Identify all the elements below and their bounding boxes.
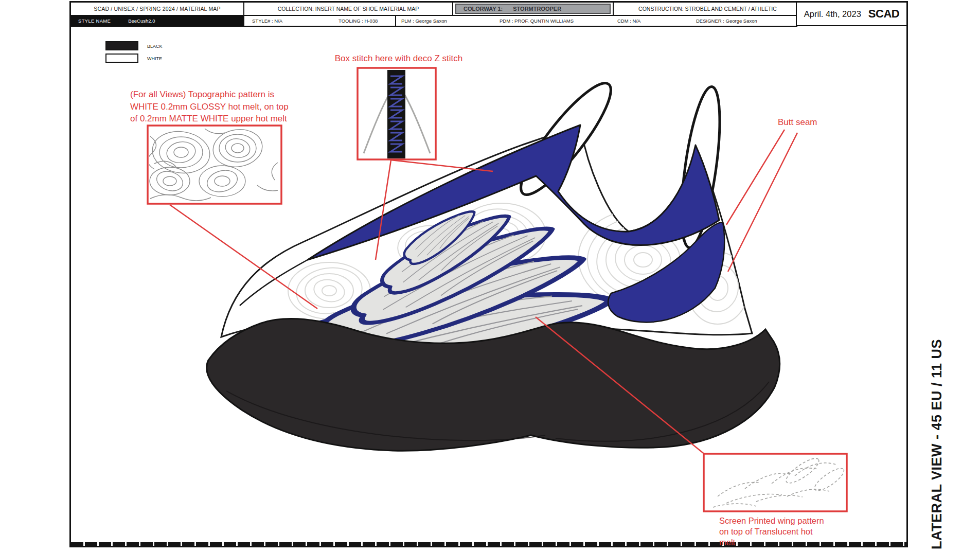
wing-print-annotation-line2: on top of Translucent hot [719,526,824,537]
shoe-sole [207,318,780,451]
wing-print-annotation-line1: Screen Printed wing pattern [719,515,824,526]
topographic-annotation-line1: (For all Views) Topographic pattern is [130,88,289,101]
shoe-lateral-view-drawing [0,0,980,552]
zstitch-detail-box [358,68,436,159]
wing-print-annotation-line3: melt [719,537,824,548]
wing-print-annotation: Screen Printed wing pattern on top of Tr… [719,515,824,548]
material-map-sheet-page: { "sheet": { "header": { "program": "SCA… [0,0,980,552]
topographic-annotation-line3: of 0.2mm MATTE WHITE upper hot melt [130,113,289,125]
box-stitch-annotation: Box stitch here with deco Z stitch [324,52,473,65]
butt-seam-annotation: Butt seam [778,116,817,129]
topographic-annotation-line2: WHITE 0.2mm GLOSSY hot melt, on top [130,101,289,113]
lateral-view-label: LATERAL VIEW - 45 EU / 11 US [929,354,958,549]
topo-detail-box [148,126,281,204]
topographic-annotation: (For all Views) Topographic pattern is W… [130,88,289,125]
wing-detail-box [704,454,847,511]
